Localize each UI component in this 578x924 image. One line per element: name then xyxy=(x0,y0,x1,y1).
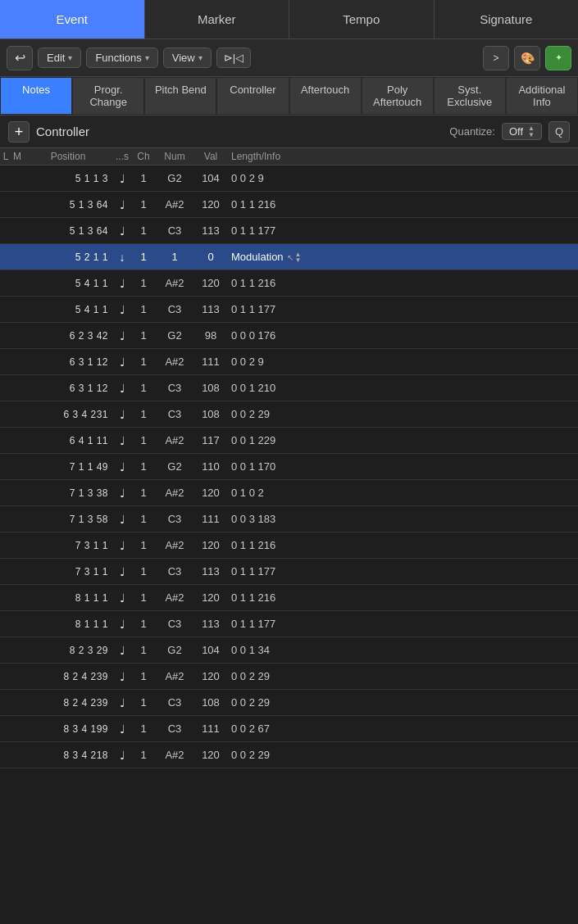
cell-s: ♩ xyxy=(113,670,131,683)
cell-s: ♩ xyxy=(113,277,131,290)
cell-position: 7 3 1 1 xyxy=(23,540,113,551)
table-row[interactable]: 5 1 3 64 ♩ 1 C3 113 0 1 1 177 xyxy=(0,218,578,244)
filter-icon: ⊳|◁ xyxy=(224,52,243,64)
controller-name: Controller xyxy=(36,125,89,138)
cell-s: ♩ xyxy=(113,382,131,395)
cell-s: ♩ xyxy=(113,172,131,185)
table-row[interactable]: 7 1 3 58 ♩ 1 C3 111 0 0 3 183 xyxy=(0,506,578,532)
add-icon: + xyxy=(15,125,24,139)
cell-len: 0 0 2 9 xyxy=(228,172,578,184)
filter-progr-change[interactable]: Progr. Change xyxy=(72,77,144,115)
filter-poly-aftertouch[interactable]: Poly Aftertouch xyxy=(362,77,434,115)
table-header: L M Position ...s Ch Num Val Length/Info xyxy=(0,148,578,165)
cell-num: C3 xyxy=(156,224,193,237)
cell-val: 120 xyxy=(193,487,228,499)
table-row[interactable]: 7 1 1 49 ♩ 1 G2 110 0 0 1 170 xyxy=(0,454,578,480)
tab-marker[interactable]: Marker xyxy=(145,0,290,38)
cell-len: 0 0 1 229 xyxy=(228,434,578,446)
filter-additional-info[interactable]: Additional Info xyxy=(506,77,578,115)
table-row[interactable]: 8 2 4 239 ♩ 1 A#2 120 0 0 2 29 xyxy=(0,664,578,690)
cell-val: 120 xyxy=(193,749,228,761)
color-button[interactable]: 🎨 xyxy=(514,46,540,70)
cell-num: G2 xyxy=(156,329,193,342)
cell-num: A#2 xyxy=(156,539,193,551)
tab-signature[interactable]: Signature xyxy=(435,0,579,38)
nav-button[interactable]: > xyxy=(483,46,509,70)
cell-val: 104 xyxy=(193,172,228,184)
table-row[interactable]: 8 3 4 199 ♩ 1 C3 111 0 0 2 67 xyxy=(0,716,578,742)
filter-syst-exclusive[interactable]: Syst. Exclusive xyxy=(434,77,506,115)
quantize-value-text: Off xyxy=(509,125,523,138)
filter-controller[interactable]: Controller xyxy=(216,77,289,115)
cell-val: 111 xyxy=(193,722,228,735)
table-row[interactable]: 8 1 1 1 ♩ 1 C3 113 0 1 1 177 xyxy=(0,611,578,637)
edit-button[interactable]: Edit ▾ xyxy=(38,48,81,68)
cell-val: 113 xyxy=(193,618,228,630)
table-row[interactable]: 6 3 1 12 ♩ 1 A#2 111 0 0 2 9 xyxy=(0,349,578,375)
functions-button[interactable]: Functions ▾ xyxy=(86,48,157,68)
cell-val: 117 xyxy=(193,434,228,446)
cell-len: 0 0 0 176 xyxy=(228,329,578,342)
cell-ch: 1 xyxy=(131,670,156,682)
table-row[interactable]: 6 2 3 42 ♩ 1 G2 98 0 0 0 176 xyxy=(0,323,578,349)
quantize-dropdown[interactable]: Off ▲▼ xyxy=(502,123,542,140)
cell-len: 0 1 1 216 xyxy=(228,591,578,604)
active-icon: ✦ xyxy=(555,52,562,63)
cell-s: ♩ xyxy=(113,487,131,500)
q-button[interactable]: Q xyxy=(548,121,570,143)
view-label: View xyxy=(172,52,195,64)
cell-s: ♩ xyxy=(113,303,131,316)
cell-num: C3 xyxy=(156,618,193,630)
add-button[interactable]: + xyxy=(8,121,30,143)
cell-s: ♩ xyxy=(113,749,131,762)
cell-s: ♩ xyxy=(113,565,131,578)
table-row[interactable]: 7 3 1 1 ♩ 1 A#2 120 0 1 1 216 xyxy=(0,532,578,559)
cell-num: C3 xyxy=(156,408,193,420)
table-row[interactable]: 8 1 1 1 ♩ 1 A#2 120 0 1 1 216 xyxy=(0,585,578,611)
table-row[interactable]: 8 3 4 218 ♩ 1 A#2 120 0 0 2 29 xyxy=(0,742,578,768)
cell-val: 120 xyxy=(193,591,228,604)
cell-s: ♩ xyxy=(113,644,131,657)
cell-position: 8 3 4 199 xyxy=(23,723,113,735)
cell-len: 0 0 2 29 xyxy=(228,696,578,709)
cell-val: 104 xyxy=(193,644,228,656)
cell-val: 120 xyxy=(193,198,228,211)
tab-bar: Event Marker Tempo Signature xyxy=(0,0,578,39)
table-row[interactable]: 7 1 3 38 ♩ 1 A#2 120 0 1 0 2 xyxy=(0,480,578,506)
table-row[interactable]: 7 3 1 1 ♩ 1 C3 113 0 1 1 177 xyxy=(0,559,578,585)
filter-notes[interactable]: Notes xyxy=(0,77,72,115)
table-row[interactable]: 5 1 3 64 ♩ 1 A#2 120 0 1 1 216 xyxy=(0,192,578,218)
q-label: Q xyxy=(555,125,563,138)
table-row[interactable]: 6 3 1 12 ♩ 1 C3 108 0 0 1 210 xyxy=(0,375,578,401)
cell-val: 111 xyxy=(193,513,228,525)
tab-tempo[interactable]: Tempo xyxy=(289,0,435,38)
table-row[interactable]: 5 1 1 3 ♩ 1 G2 104 0 0 2 9 xyxy=(0,165,578,192)
cell-position: 5 4 1 1 xyxy=(23,304,113,315)
table-row[interactable]: 5 4 1 1 ♩ 1 C3 113 0 1 1 177 xyxy=(0,297,578,323)
col-header-s: ...s xyxy=(113,151,131,162)
cell-ch: 1 xyxy=(131,618,156,630)
table-row[interactable]: 8 2 4 239 ♩ 1 C3 108 0 0 2 29 xyxy=(0,690,578,716)
cell-position: 7 3 1 1 xyxy=(23,566,113,578)
active-button[interactable]: ✦ xyxy=(545,46,571,70)
tab-event[interactable]: Event xyxy=(0,0,145,38)
table-row[interactable]: 6 3 4 231 ♩ 1 C3 108 0 0 2 29 xyxy=(0,401,578,428)
table-row[interactable]: 5 2 1 1 ↓ 1 1 0 Modulation↖▲▼ xyxy=(0,244,578,270)
table-row[interactable]: 6 4 1 11 ♩ 1 A#2 117 0 0 1 229 xyxy=(0,428,578,454)
filter-aftertouch[interactable]: Aftertouch xyxy=(289,77,362,115)
view-button[interactable]: View ▾ xyxy=(163,48,212,68)
table-row[interactable]: 5 4 1 1 ♩ 1 A#2 120 0 1 1 216 xyxy=(0,270,578,297)
quantize-label: Quantize: xyxy=(449,125,495,138)
cell-s: ♩ xyxy=(113,722,131,736)
cell-val: 111 xyxy=(193,356,228,368)
cell-len: 0 0 2 29 xyxy=(228,408,578,420)
cell-num: A#2 xyxy=(156,277,193,289)
cell-num: C3 xyxy=(156,303,193,315)
cell-num: G2 xyxy=(156,644,193,656)
table-row[interactable]: 8 2 3 29 ♩ 1 G2 104 0 0 1 34 xyxy=(0,637,578,664)
view-arrow: ▾ xyxy=(198,53,203,62)
filter-button[interactable]: ⊳|◁ xyxy=(216,48,251,68)
back-button[interactable]: ↩ xyxy=(7,46,33,70)
cell-ch: 1 xyxy=(131,198,156,211)
filter-pitch-bend[interactable]: Pitch Bend xyxy=(144,77,216,115)
